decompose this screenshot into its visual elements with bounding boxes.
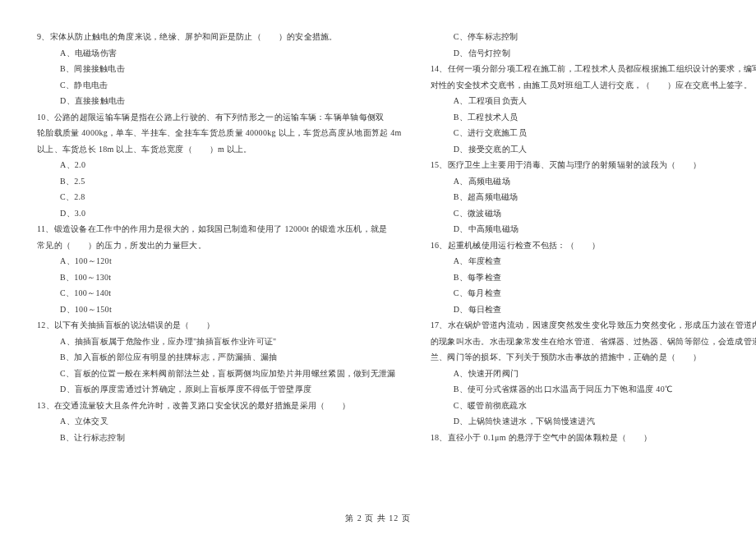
question-line: 13、在交通流量较大且条件允许时，改善叉路口安全状况的最好措施是采用（ ）	[37, 398, 402, 414]
question-line: 以上、车货总长 18m 以上、车货总宽度（ ）m 以上。	[37, 141, 402, 158]
option-line: C、进行交底施工员	[431, 125, 756, 141]
question-line: 兰、阀门等的损坏。下列关于预防水击事故的措施中，正确的是（ ）	[431, 349, 756, 366]
option-line: D、中高频电磁场	[431, 221, 756, 237]
right-column: C、停车标志控制D、信号灯控制14、任何一项分部分项工程在施工前，工程技术人员都…	[431, 29, 756, 497]
question-line: 轮胎载质量 4000kg，单车、半挂车、全挂车车货总质量 40000kg 以上，…	[37, 125, 402, 141]
option-line: D、信号灯控制	[431, 45, 756, 62]
option-line: D、每日检查	[431, 302, 756, 318]
option-line: C、微波磁场	[431, 205, 756, 222]
option-line: D、3.0	[37, 205, 402, 222]
option-line: B、100～130t	[37, 269, 402, 286]
option-line: A、立体交叉	[37, 413, 402, 430]
question-line: 12、以下有关抽插盲板的说法错误的是（ ）	[37, 317, 402, 334]
page-footer: 第 2 页 共 12 页	[0, 513, 756, 524]
option-line: A、高频电磁场	[431, 173, 756, 190]
question-line: 10、公路的超限运输车辆是指在公路上行驶的、有下列情形之一的运输车辆：车辆单轴每…	[37, 109, 402, 126]
question-line: 15、医疗卫生上主要用于消毒、灭菌与理疗的射频辐射的波段为（ ）	[431, 157, 756, 173]
question-line: 9、宋体从防止触电的角度来说，绝缘、屏护和间距是防止（ ）的安全措施。	[37, 29, 402, 45]
option-line: B、让行标志控制	[37, 430, 402, 446]
option-line: A、电磁场伤害	[37, 45, 402, 62]
option-line: A、2.0	[37, 157, 402, 173]
option-line: C、静电电击	[37, 77, 402, 94]
question-line: 18、直径小于 0.1μm 的悬浮于空气中的固体颗粒是（ ）	[431, 430, 756, 446]
option-line: D、上锅筒快速进水，下锅筒慢速进汽	[431, 413, 756, 430]
option-line: B、加入盲板的部位应有明显的挂牌标志，严防漏插、漏抽	[37, 349, 402, 366]
option-line: C、盲板的位置一般在来料阀前部法兰处，盲板两侧均应加垫片并用螺丝紧固，做到无泄漏	[37, 366, 402, 382]
option-line: D、盲板的厚度需通过计算确定，原则上盲板厚度不得低于管壁厚度	[37, 381, 402, 398]
left-column: 9、宋体从防止触电的角度来说，绝缘、屏护和间距是防止（ ）的安全措施。A、电磁场…	[37, 29, 402, 497]
option-line: A、快速开闭阀门	[431, 366, 756, 382]
question-line: 11、锻造设备在工作中的作用力是很大的，如我国已制造和使用了 12000t 的锻…	[37, 221, 402, 237]
option-line: A、工程项目负责人	[431, 93, 756, 109]
option-line: B、间接接触电击	[37, 61, 402, 77]
option-line: B、使可分式省煤器的出口水温高于同压力下饱和温度 40℃	[431, 381, 756, 398]
option-line: C、暖管前彻底疏水	[431, 398, 756, 414]
option-line: D、直接接触电击	[37, 93, 402, 109]
option-line: C、2.8	[37, 189, 402, 205]
option-line: C、每月检查	[431, 285, 756, 302]
question-line: 16、起重机械使用运行检查不包括：（ ）	[431, 237, 756, 254]
option-line: C、停车标志控制	[431, 29, 756, 45]
option-line: B、2.5	[37, 173, 402, 190]
option-line: A、100～120t	[37, 253, 402, 269]
option-line: C、100～140t	[37, 285, 402, 302]
question-line: 14、任何一项分部分项工程在施工前，工程技术人员都应根据施工组织设计的要求，编写…	[431, 61, 756, 77]
option-line: D、接受交底的工人	[431, 141, 756, 158]
option-line: A、年度检查	[431, 253, 756, 269]
question-line: 的现象叫水击。水击现象常发生在给水管道、省煤器、过热器、锅筒等部位，会造成管道、…	[431, 334, 756, 350]
content-columns: 9、宋体从防止触电的角度来说，绝缘、屏护和间距是防止（ ）的安全措施。A、电磁场…	[37, 29, 719, 497]
question-line: 17、水在锅炉管道内流动，因速度突然发生变化导致压力突然变化，形成压力波在管道内…	[431, 317, 756, 334]
question-line: 常见的（ ）的压力，所发出的力量巨大。	[37, 237, 402, 254]
option-line: B、超高频电磁场	[431, 189, 756, 205]
option-line: B、每季检查	[431, 269, 756, 286]
option-line: B、工程技术人员	[431, 109, 756, 126]
option-line: A、抽插盲板属于危险作业，应办理"抽插盲板作业许可证"	[37, 334, 402, 350]
option-line: D、100～150t	[37, 302, 402, 318]
question-line: 对性的安全技术交底书，由施工员对班组工人进行交底，（ ）应在交底书上签字。	[431, 77, 756, 94]
